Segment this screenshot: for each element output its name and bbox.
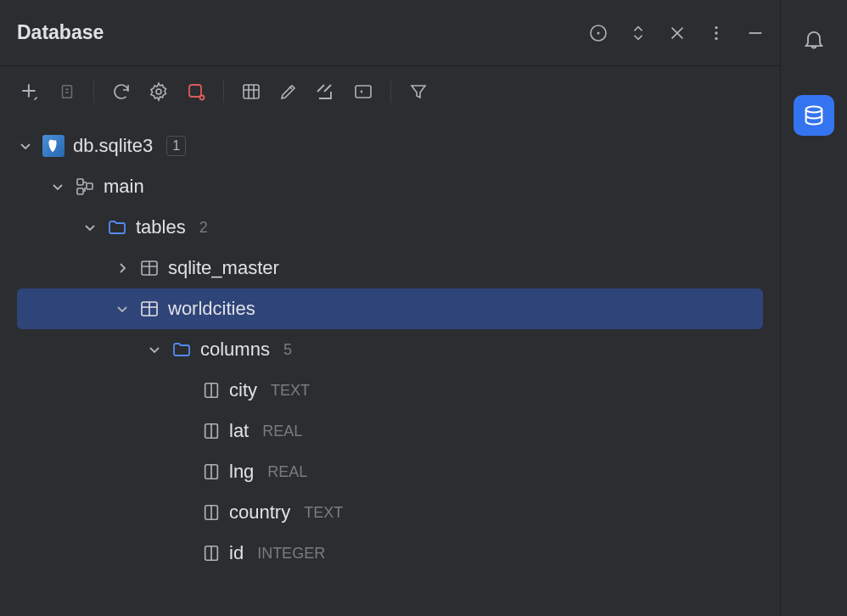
filter-icon[interactable]	[408, 81, 429, 102]
panel-header: Database	[0, 0, 780, 66]
svg-point-21	[806, 107, 822, 113]
column-name: lat	[229, 420, 249, 442]
panel-header-actions	[588, 23, 765, 43]
notifications-button[interactable]	[794, 19, 834, 59]
svg-point-6	[156, 89, 161, 94]
svg-point-4	[715, 36, 717, 39]
svg-rect-13	[87, 183, 93, 189]
svg-point-2	[715, 25, 717, 28]
jump-to-source-icon[interactable]	[316, 81, 336, 102]
chevron-right-icon[interactable]	[114, 261, 131, 275]
panel-title: Database	[17, 21, 104, 44]
table-icon	[139, 299, 160, 319]
column-type: REAL	[267, 463, 307, 481]
sqlite-icon	[42, 135, 65, 157]
tree-columns-folder[interactable]: columns 5	[17, 329, 763, 370]
column-type: INTEGER	[257, 545, 325, 563]
schema-icon	[75, 176, 95, 197]
svg-rect-11	[77, 179, 83, 185]
chevron-down-icon[interactable]	[49, 180, 66, 193]
chevron-down-icon[interactable]	[17, 139, 34, 153]
tree-column-item[interactable]: id INTEGER	[17, 533, 763, 574]
column-icon	[202, 381, 221, 400]
database-name: db.sqlite3	[73, 135, 153, 157]
close-icon[interactable]	[668, 24, 687, 42]
database-tree: db.sqlite3 1 main tables 2	[0, 117, 780, 574]
column-type: TEXT	[271, 382, 310, 400]
column-name: country	[229, 501, 290, 524]
settings-icon[interactable]	[149, 81, 169, 102]
tree-tables-folder[interactable]: tables 2	[17, 207, 763, 248]
columns-count: 5	[283, 341, 292, 359]
add-icon[interactable]	[19, 81, 41, 103]
edit-icon[interactable]	[278, 81, 299, 102]
database-panel: Database	[0, 0, 781, 616]
schema-name: main	[104, 176, 144, 198]
column-icon	[202, 422, 221, 440]
tree-column-item[interactable]: city TEXT	[17, 370, 763, 411]
tables-count: 2	[199, 219, 208, 237]
table-icon	[139, 258, 160, 278]
tree-column-item[interactable]: country TEXT	[17, 492, 763, 533]
console-icon[interactable]	[353, 81, 373, 102]
refresh-icon[interactable]	[111, 81, 132, 102]
database-tool-button[interactable]	[794, 95, 834, 136]
tree-schema-node[interactable]: main	[17, 166, 763, 207]
toolbar-separator	[93, 81, 94, 103]
svg-point-8	[200, 96, 205, 100]
folder-icon	[171, 339, 192, 360]
column-icon	[202, 544, 221, 563]
svg-rect-7	[189, 85, 201, 97]
column-type: TEXT	[304, 504, 343, 522]
minimize-icon[interactable]	[746, 24, 765, 42]
svg-rect-5	[63, 86, 72, 98]
chevron-down-icon[interactable]	[81, 221, 98, 234]
svg-rect-12	[77, 188, 83, 194]
target-icon[interactable]	[588, 23, 609, 43]
svg-point-3	[715, 31, 717, 34]
table-view-icon[interactable]	[241, 81, 261, 102]
svg-rect-10	[356, 86, 371, 98]
disconnect-icon[interactable]	[186, 81, 206, 102]
toolbar-separator	[390, 81, 391, 103]
tree-column-item[interactable]: lng REAL	[17, 451, 763, 492]
svg-point-1	[597, 31, 600, 34]
tree-column-item[interactable]: lat REAL	[17, 411, 763, 451]
more-icon[interactable]	[707, 24, 726, 42]
tree-database-node[interactable]: db.sqlite3 1	[17, 126, 763, 166]
duplicate-icon[interactable]	[58, 82, 76, 101]
database-badge: 1	[166, 136, 186, 156]
tables-label: tables	[136, 216, 186, 238]
tree-table-item[interactable]: sqlite_master	[17, 248, 763, 288]
tree-table-item-selected[interactable]: worldcities	[17, 288, 763, 329]
table-name: sqlite_master	[168, 257, 279, 279]
table-name: worldcities	[168, 298, 255, 320]
column-type: REAL	[262, 423, 302, 440]
column-name: city	[229, 379, 257, 401]
column-name: lng	[229, 461, 254, 483]
column-name: id	[229, 542, 244, 564]
folder-icon	[107, 217, 127, 238]
toolbar	[0, 66, 780, 117]
columns-label: columns	[200, 339, 270, 361]
column-icon	[202, 503, 221, 522]
chevron-down-icon[interactable]	[114, 302, 131, 316]
expand-collapse-icon[interactable]	[629, 24, 648, 42]
toolbar-separator	[223, 81, 224, 103]
column-icon	[202, 462, 221, 481]
chevron-down-icon[interactable]	[146, 343, 163, 356]
svg-rect-9	[244, 85, 259, 98]
right-sidebar	[781, 0, 847, 616]
